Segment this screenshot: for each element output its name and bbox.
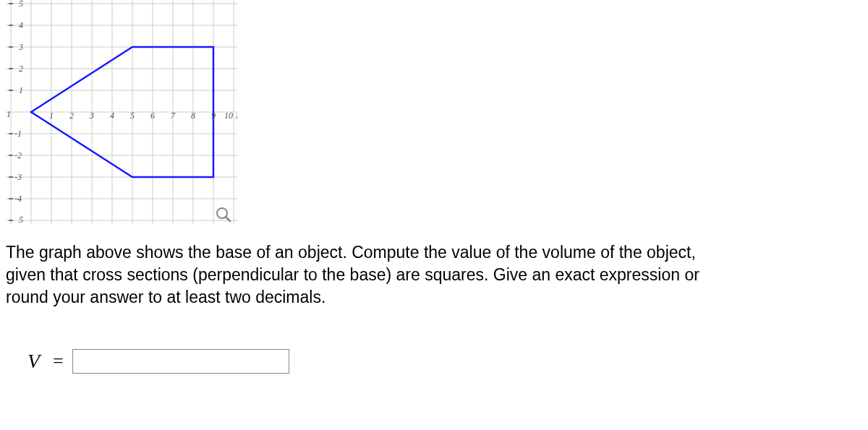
y-tick-n5: 5 — [19, 215, 23, 224]
y-tick-n4: -4 — [14, 194, 22, 204]
y-tick-1: 1 — [19, 85, 23, 95]
y-tick-n1: -1 — [14, 129, 22, 139]
x-tick-3: 3 — [89, 111, 94, 121]
volume-label: V — [27, 350, 40, 373]
x-tick-2: 2 — [69, 111, 74, 121]
graph-plot: 5 4 3 2 1 1 -1 -2 -3 -4 5 1 2 3 4 5 6 7 … — [6, 0, 237, 224]
volume-input[interactable] — [72, 349, 289, 374]
x-tick-6: 6 — [150, 111, 155, 121]
x-tick-1: 1 — [49, 111, 54, 121]
x-tick-7: 7 — [171, 111, 176, 121]
y-tick-2: 2 — [19, 64, 23, 74]
coordinate-grid: 5 4 3 2 1 1 -1 -2 -3 -4 5 1 2 3 4 5 6 7 … — [6, 0, 237, 224]
y-axis-origin: 1 — [7, 109, 11, 119]
y-tick-4: 4 — [19, 20, 23, 30]
x-tick-4: 4 — [110, 111, 114, 121]
x-tick-11: 1 — [235, 111, 237, 121]
y-tick-n3: -3 — [14, 172, 22, 182]
y-tick-n2: -2 — [14, 150, 22, 160]
y-tick-3: 3 — [18, 42, 23, 52]
problem-statement: The graph above shows the base of an obj… — [6, 241, 715, 309]
equals-sign: = — [53, 351, 64, 372]
x-tick-5: 5 — [130, 111, 135, 121]
x-tick-9: 9 — [211, 111, 216, 121]
y-tick-5: 5 — [19, 0, 23, 9]
answer-row: V = — [27, 349, 868, 374]
svg-line-34 — [226, 217, 230, 221]
x-tick-10: 10 — [224, 111, 233, 121]
magnify-icon[interactable] — [216, 207, 231, 223]
x-tick-8: 8 — [191, 111, 195, 121]
